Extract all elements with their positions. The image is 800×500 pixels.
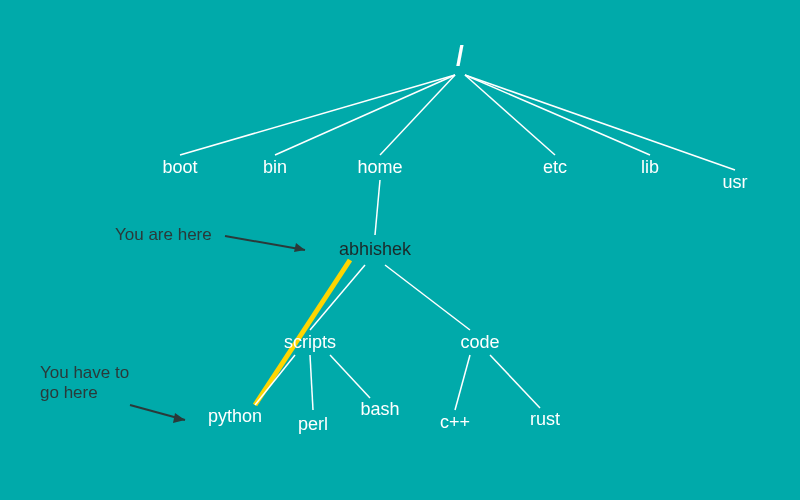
arrow-you-are-here	[225, 236, 305, 250]
edge-root-etc	[465, 75, 555, 155]
node-home: home	[357, 157, 402, 177]
edge-root-boot	[180, 75, 455, 155]
annotation-go-here-line2: go here	[40, 383, 98, 402]
annotation-go-here-line1: You have to	[40, 363, 129, 382]
edge-code-cpp	[455, 355, 470, 410]
filesystem-tree-diagram: / boot bin home etc lib usr abhishek scr…	[0, 0, 800, 500]
annotation-you-are-here: You are here	[115, 225, 212, 244]
node-lib: lib	[641, 157, 659, 177]
node-python: python	[208, 406, 262, 426]
node-etc: etc	[543, 157, 567, 177]
edge-abhishek-code	[385, 265, 470, 330]
node-cpp: c++	[440, 412, 470, 432]
edge-root-lib	[465, 75, 650, 155]
node-bin: bin	[263, 157, 287, 177]
node-bash: bash	[360, 399, 399, 419]
edge-scripts-python	[255, 355, 295, 405]
edge-root-home	[380, 75, 455, 155]
edge-root-usr	[465, 75, 735, 170]
edge-scripts-perl	[310, 355, 313, 410]
edge-home-abhishek	[375, 180, 380, 235]
node-boot: boot	[162, 157, 197, 177]
edge-root-bin	[275, 75, 455, 155]
node-rust: rust	[530, 409, 560, 429]
arrow-head-go-here	[173, 413, 185, 423]
node-abhishek: abhishek	[339, 239, 412, 259]
node-root: /	[456, 40, 464, 71]
node-usr: usr	[722, 172, 747, 192]
node-code: code	[460, 332, 499, 352]
node-scripts: scripts	[284, 332, 336, 352]
edge-code-rust	[490, 355, 540, 408]
edge-scripts-bash	[330, 355, 370, 398]
node-perl: perl	[298, 414, 328, 434]
